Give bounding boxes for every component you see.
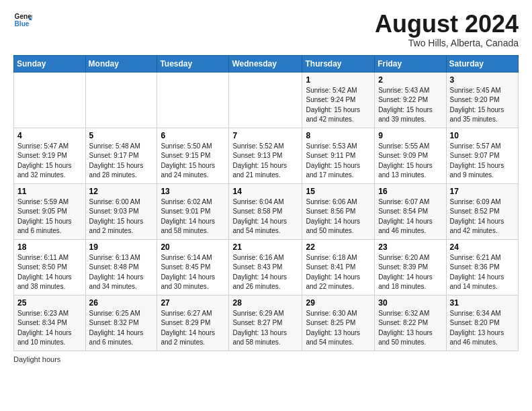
day-info: Sunrise: 6:04 AMSunset: 8:58 PMDaylight:… — [232, 197, 298, 236]
logo: General Blue — [13, 11, 32, 30]
day-number: 31 — [450, 298, 515, 308]
calendar-cell: 3Sunrise: 5:45 AMSunset: 9:20 PMDaylight… — [446, 72, 518, 128]
calendar-cell: 13Sunrise: 6:02 AMSunset: 9:01 PMDayligh… — [157, 183, 229, 239]
svg-text:Blue: Blue — [15, 20, 30, 28]
day-info: Sunrise: 5:50 AMSunset: 9:15 PMDaylight:… — [161, 142, 225, 181]
day-info: Sunrise: 6:25 AMSunset: 8:32 PMDaylight:… — [89, 309, 154, 348]
day-number: 7 — [232, 131, 298, 140]
day-info: Sunrise: 6:23 AMSunset: 8:34 PMDaylight:… — [17, 309, 82, 348]
calendar-cell: 29Sunrise: 6:30 AMSunset: 8:25 PMDayligh… — [302, 295, 375, 351]
day-number: 29 — [306, 298, 371, 308]
subtitle: Two Hills, Alberta, Canada — [375, 38, 519, 48]
logo-icon: General Blue — [13, 11, 32, 30]
day-info: Sunrise: 5:47 AMSunset: 9:19 PMDaylight:… — [17, 142, 82, 181]
day-info: Sunrise: 5:43 AMSunset: 9:22 PMDaylight:… — [378, 86, 442, 125]
week-row-1: 1Sunrise: 5:42 AMSunset: 9:24 PMDaylight… — [14, 72, 519, 128]
calendar-cell: 24Sunrise: 6:21 AMSunset: 8:36 PMDayligh… — [446, 239, 518, 295]
week-row-5: 25Sunrise: 6:23 AMSunset: 8:34 PMDayligh… — [14, 295, 519, 351]
calendar-cell: 30Sunrise: 6:32 AMSunset: 8:22 PMDayligh… — [375, 295, 446, 351]
calendar-cell: 27Sunrise: 6:27 AMSunset: 8:29 PMDayligh… — [157, 295, 229, 351]
day-number: 1 — [306, 75, 371, 85]
day-info: Sunrise: 6:32 AMSunset: 8:22 PMDaylight:… — [378, 309, 442, 348]
day-number: 11 — [17, 187, 82, 196]
day-number: 15 — [306, 187, 371, 196]
day-number: 19 — [89, 242, 154, 252]
day-header-thursday: Thursday — [302, 55, 375, 72]
day-number: 21 — [232, 242, 298, 252]
day-info: Sunrise: 6:21 AMSunset: 8:36 PMDaylight:… — [450, 253, 515, 292]
day-info: Sunrise: 6:11 AMSunset: 8:50 PMDaylight:… — [17, 253, 82, 292]
day-number: 30 — [378, 298, 442, 308]
calendar-cell: 15Sunrise: 6:06 AMSunset: 8:56 PMDayligh… — [302, 183, 375, 239]
calendar-cell: 28Sunrise: 6:29 AMSunset: 8:27 PMDayligh… — [229, 295, 302, 351]
day-info: Sunrise: 6:13 AMSunset: 8:48 PMDaylight:… — [89, 253, 154, 292]
day-info: Sunrise: 6:09 AMSunset: 8:52 PMDaylight:… — [450, 197, 515, 236]
calendar-cell: 10Sunrise: 5:57 AMSunset: 9:07 PMDayligh… — [446, 128, 518, 183]
day-header-sunday: Sunday — [14, 55, 86, 72]
day-number: 22 — [306, 242, 371, 252]
day-info: Sunrise: 5:53 AMSunset: 9:11 PMDaylight:… — [306, 142, 371, 181]
calendar-cell: 26Sunrise: 6:25 AMSunset: 8:32 PMDayligh… — [85, 295, 157, 351]
calendar-cell: 6Sunrise: 5:50 AMSunset: 9:15 PMDaylight… — [157, 128, 229, 183]
day-number: 20 — [161, 242, 225, 252]
page: General Blue August 2024 Two Hills, Albe… — [0, 0, 532, 411]
calendar-cell: 18Sunrise: 6:11 AMSunset: 8:50 PMDayligh… — [14, 239, 86, 295]
day-info: Sunrise: 5:57 AMSunset: 9:07 PMDaylight:… — [450, 142, 515, 181]
calendar-cell — [14, 72, 86, 128]
day-header-monday: Monday — [85, 55, 157, 72]
day-number: 6 — [161, 131, 225, 140]
calendar-cell: 17Sunrise: 6:09 AMSunset: 8:52 PMDayligh… — [446, 183, 518, 239]
week-row-2: 4Sunrise: 5:47 AMSunset: 9:19 PMDaylight… — [14, 128, 519, 183]
calendar-cell: 1Sunrise: 5:42 AMSunset: 9:24 PMDaylight… — [302, 72, 375, 128]
day-number: 24 — [450, 242, 515, 252]
calendar-cell: 20Sunrise: 6:14 AMSunset: 8:45 PMDayligh… — [157, 239, 229, 295]
day-number: 26 — [89, 298, 154, 308]
day-info: Sunrise: 6:27 AMSunset: 8:29 PMDaylight:… — [161, 309, 225, 348]
day-info: Sunrise: 6:16 AMSunset: 8:43 PMDaylight:… — [232, 253, 298, 292]
calendar-cell: 2Sunrise: 5:43 AMSunset: 9:22 PMDaylight… — [375, 72, 446, 128]
calendar-cell: 11Sunrise: 5:59 AMSunset: 9:05 PMDayligh… — [14, 183, 86, 239]
day-number: 2 — [378, 75, 442, 85]
day-info: Sunrise: 6:18 AMSunset: 8:41 PMDaylight:… — [306, 253, 371, 292]
day-info: Sunrise: 6:20 AMSunset: 8:39 PMDaylight:… — [378, 253, 442, 292]
header: General Blue August 2024 Two Hills, Albe… — [13, 11, 519, 48]
day-info: Sunrise: 6:06 AMSunset: 8:56 PMDaylight:… — [306, 197, 371, 236]
day-number: 27 — [161, 298, 225, 308]
day-info: Sunrise: 5:48 AMSunset: 9:17 PMDaylight:… — [89, 142, 154, 181]
daylight-hours-label: Daylight hours — [13, 355, 60, 363]
day-number: 16 — [378, 187, 442, 196]
day-info: Sunrise: 6:14 AMSunset: 8:45 PMDaylight:… — [161, 253, 225, 292]
day-number: 4 — [17, 131, 82, 140]
footer-note: Daylight hours — [13, 355, 519, 363]
calendar-header-row: SundayMondayTuesdayWednesdayThursdayFrid… — [14, 55, 519, 72]
calendar-cell: 19Sunrise: 6:13 AMSunset: 8:48 PMDayligh… — [85, 239, 157, 295]
title-block: August 2024 Two Hills, Alberta, Canada — [375, 11, 519, 48]
calendar-cell: 4Sunrise: 5:47 AMSunset: 9:19 PMDaylight… — [14, 128, 86, 183]
calendar-cell: 31Sunrise: 6:34 AMSunset: 8:20 PMDayligh… — [446, 295, 518, 351]
main-title: August 2024 — [375, 11, 519, 38]
calendar-cell — [229, 72, 302, 128]
calendar-cell: 16Sunrise: 6:07 AMSunset: 8:54 PMDayligh… — [375, 183, 446, 239]
day-number: 5 — [89, 131, 154, 140]
day-number: 28 — [232, 298, 298, 308]
day-number: 10 — [450, 131, 515, 140]
day-info: Sunrise: 6:00 AMSunset: 9:03 PMDaylight:… — [89, 197, 154, 236]
day-header-saturday: Saturday — [446, 55, 518, 72]
day-info: Sunrise: 5:45 AMSunset: 9:20 PMDaylight:… — [450, 86, 515, 125]
calendar-cell: 7Sunrise: 5:52 AMSunset: 9:13 PMDaylight… — [229, 128, 302, 183]
calendar-cell: 5Sunrise: 5:48 AMSunset: 9:17 PMDaylight… — [85, 128, 157, 183]
day-info: Sunrise: 6:29 AMSunset: 8:27 PMDaylight:… — [232, 309, 298, 348]
day-header-friday: Friday — [375, 55, 446, 72]
day-number: 3 — [450, 75, 515, 85]
day-header-tuesday: Tuesday — [157, 55, 229, 72]
calendar-cell: 14Sunrise: 6:04 AMSunset: 8:58 PMDayligh… — [229, 183, 302, 239]
day-info: Sunrise: 6:34 AMSunset: 8:20 PMDaylight:… — [450, 309, 515, 348]
day-info: Sunrise: 5:52 AMSunset: 9:13 PMDaylight:… — [232, 142, 298, 181]
day-number: 8 — [306, 131, 371, 140]
day-number: 23 — [378, 242, 442, 252]
calendar-cell: 21Sunrise: 6:16 AMSunset: 8:43 PMDayligh… — [229, 239, 302, 295]
day-number: 17 — [450, 187, 515, 196]
day-info: Sunrise: 5:42 AMSunset: 9:24 PMDaylight:… — [306, 86, 371, 125]
calendar-cell: 25Sunrise: 6:23 AMSunset: 8:34 PMDayligh… — [14, 295, 86, 351]
calendar-cell — [157, 72, 229, 128]
